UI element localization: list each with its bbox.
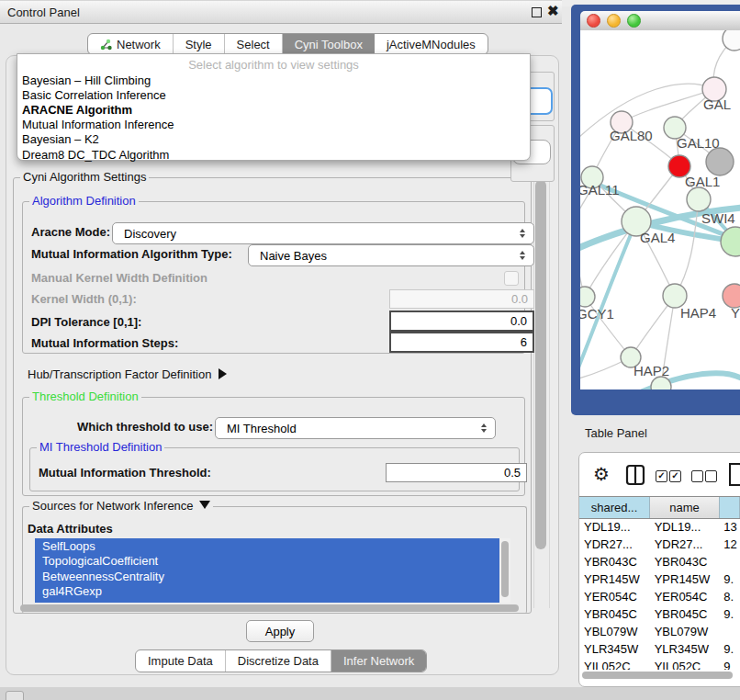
tab-network[interactable]: Network [88,34,174,54]
unchecked-box-icon[interactable] [691,470,703,482]
table-hscrollbar-thumb[interactable] [582,672,733,679]
bottom-tabbar: Impute DataDiscretize DataInfer Network [135,649,427,672]
network-icon [100,39,112,51]
network-node[interactable] [721,227,740,256]
float-window-icon[interactable] [532,7,542,17]
tab-discretize-data[interactable]: Discretize Data [226,650,331,672]
table-column-header[interactable]: name [650,497,720,518]
network-node-label: GAL11 [580,182,620,198]
algorithm-option[interactable]: Bayesian – K2 [17,132,530,147]
zoom-traffic-light-icon[interactable] [627,14,641,28]
checked-box-icon[interactable]: ✓ [669,470,681,482]
table-row[interactable]: YLR345WYLR345W9. [579,640,740,658]
mi-steps-value: 6 [521,335,527,349]
network-node-label: HAP4 [680,305,716,321]
close-icon[interactable]: ✖ [547,3,559,19]
table-cell: YBR043C [579,555,650,569]
network-canvas[interactable]: GALGAL80GAL10GAL1GAL11SWI4GAL4GCY1HAP4YH… [580,30,740,390]
apply-button[interactable]: Apply [246,620,314,642]
table-cell: YBR043C [650,555,720,569]
table-cell: 9. [719,607,740,621]
bottom-corner-icon[interactable] [6,691,24,700]
combo-arrows-icon [520,251,525,260]
expander-expanded-icon [199,501,210,509]
table-cell: 9. [719,572,740,586]
table-cell: 9 [719,660,740,670]
tab-style[interactable]: Style [174,34,225,54]
table-row[interactable]: YIL052CYIL052C9 [579,658,740,670]
network-node[interactable] [706,148,734,175]
dpi-tolerance-field[interactable]: 0.0 [389,310,534,332]
table-row[interactable]: YBL079WYBL079W [579,623,740,640]
document-icon[interactable] [728,462,740,487]
tab-select[interactable]: Select [225,34,283,54]
which-threshold-combo[interactable]: MI Threshold [215,417,496,439]
aracne-mode-combo[interactable]: Discovery [112,222,534,244]
table-column-header[interactable]: shared... [579,497,650,518]
network-edge[interactable] [622,89,714,122]
table-row[interactable]: YBR043CYBR043C [579,553,740,570]
hub-factor-expander[interactable]: Hub/Transcription Factor Definition [28,366,227,384]
mi-threshold-field[interactable]: 0.5 [386,463,527,482]
table-row[interactable]: YDR27...YDR27...12 [579,536,740,553]
table-cell: YER054C [650,590,720,604]
gear-icon[interactable]: ⚙ [593,465,610,483]
table-column-header[interactable] [720,497,740,518]
control-panel-tabbar: NetworkStyleSelectCyni ToolboxjActiveMNo… [87,33,488,55]
mi-steps-field[interactable]: 6 [389,332,534,353]
table-panel-title: Table Panel [585,426,647,440]
network-node[interactable] [651,377,671,390]
manual-kernel-width-checkbox[interactable] [504,271,519,286]
algorithm-option[interactable]: ARACNE Algorithm [17,102,530,117]
attributes-vscrollbar-thumb[interactable] [501,541,509,597]
tab-label: Infer Network [343,654,414,668]
table-row[interactable]: YBR045CYBR045C9. [579,605,740,623]
split-columns-icon[interactable] [625,464,645,486]
table-row[interactable]: YPR145WYPR145W9. [579,570,740,588]
table-cell: YBR045C [650,607,720,621]
table-header-row: shared...name [579,496,740,519]
tab-jactivemnodules[interactable]: jActiveMNodules [375,34,488,54]
algorithm-dropdown-placeholder: Select algorithm to view settings [17,56,530,73]
algorithm-option[interactable]: Dream8 DC_TDC Algorithm [17,147,530,162]
network-node-swi4[interactable] [687,187,711,211]
table-cell: 8. [719,590,740,604]
algorithm-option[interactable]: Bayesian – Hill Climbing [17,73,530,87]
network-node-label: GAL10 [677,135,720,151]
table-cell: YBL079W [579,625,650,638]
network-node-label: GAL80 [610,128,653,143]
expander-collapsed-icon [219,368,227,379]
tab-cyni-toolbox[interactable]: Cyni Toolbox [283,34,375,54]
aracne-mode-value: Discovery [124,227,176,241]
settings-vscrollbar-thumb[interactable] [535,180,546,549]
table-cell: YIL052C [650,660,720,670]
table-row[interactable]: YDL19...YDL19...13 [579,518,740,536]
table-cell: YDR27... [579,537,650,551]
data-attributes-list[interactable]: SelfLoopsTopologicalCoefficientBetweenne… [35,538,499,603]
data-attribute-item[interactable]: gal4RGexp [35,584,499,600]
bottom-status-band [0,687,740,700]
checked-box-icon[interactable]: ✓ [656,470,667,482]
control-panel-title: Control Panel [7,6,80,19]
algorithm-dropdown-popup: Select algorithm to view settings Bayesi… [17,53,531,161]
close-traffic-light-icon[interactable] [587,14,600,28]
table-cell: YPR145W [650,572,720,586]
table-row[interactable]: YER054CYER054C8. [579,588,740,605]
combo-arrows-icon [520,229,525,238]
tab-impute-data[interactable]: Impute Data [136,650,226,672]
minimize-traffic-light-icon[interactable] [607,14,621,28]
data-attribute-item[interactable]: BetweennessCentrality [35,569,499,584]
mi-algorithm-type-combo[interactable]: Naive Bayes [248,244,534,266]
algorithm-option[interactable]: Basic Correlation Inference [17,87,530,102]
settings-hscrollbar-thumb[interactable] [20,604,519,612]
tab-infer-network[interactable]: Infer Network [331,650,426,672]
network-node-gcy1[interactable] [580,287,595,307]
algorithm-definition-title: Algorithm Definition [29,195,139,208]
data-attribute-item[interactable]: SelfLoops [35,538,499,554]
unchecked-box-icon[interactable] [705,470,717,482]
algorithm-option[interactable]: Mutual Information Inference [17,118,530,132]
sources-title[interactable]: Sources for Network Inference [29,500,213,513]
network-window-titlebar[interactable] [580,11,740,31]
data-attribute-item[interactable]: TopologicalCoefficient [35,554,499,570]
table-cell: YDR27... [650,537,720,551]
